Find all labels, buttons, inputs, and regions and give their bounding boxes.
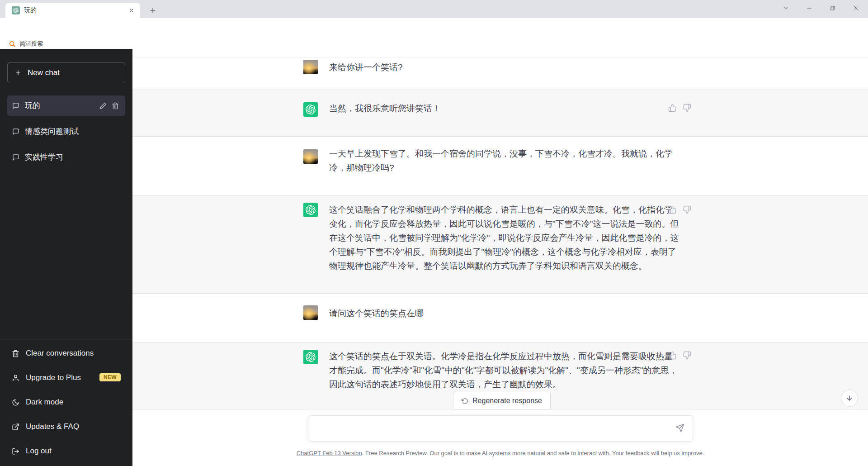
tab-title: 玩的 [24,6,127,14]
feedback-buttons [668,351,691,360]
message-text: 来给你讲一个笑话? [329,60,679,74]
chatgpt-avatar [303,102,318,117]
send-icon[interactable] [675,423,685,433]
thumbs-down-icon[interactable] [683,104,691,112]
user-icon [12,374,19,382]
window-restore-button[interactable] [821,0,844,16]
regenerate-label: Regenerate response [472,397,542,405]
dark-mode-button[interactable]: Dark mode [0,392,132,412]
chatgpt-avatar [303,203,318,217]
user-avatar [303,305,318,320]
arrow-down-icon [846,395,853,402]
tab-close-icon[interactable] [127,6,136,14]
external-link-icon [12,423,19,431]
scroll-to-bottom-button[interactable] [841,390,858,407]
window-close-button[interactable] [844,0,868,16]
updates-faq-button[interactable]: Updates & FAQ [0,417,132,437]
chatgpt-favicon-icon [12,6,20,14]
chatgpt-avatar [303,350,318,364]
trash-icon [12,350,19,357]
message-row-assistant: 这个笑话融合了化学和物理两个学科的概念，语言上也有一定的双关意味。化雪，化指化学… [132,195,868,294]
plus-icon [14,69,22,76]
regenerate-response-button[interactable]: Regenerate response [453,392,551,410]
new-chat-button[interactable]: New chat [7,62,125,83]
menu-label: Log out [26,447,52,456]
log-out-button[interactable]: Log out [0,441,132,461]
message-text: 请问这个笑话的笑点在哪 [329,306,679,320]
sidebar-chat-item[interactable]: 实践性学习 [7,147,125,167]
chat-title: 玩的 [25,100,99,111]
version-link[interactable]: ChatGPT Feb 13 Version [297,450,362,456]
message-text: 这个笑话的笑点在于双关语。化学冷是指在化学反应过程中放热，而化雪则是需要吸收热量… [329,349,679,391]
upgrade-to-plus-button[interactable]: Upgrade to Plus NEW [0,368,132,388]
edit-pencil-icon[interactable] [99,102,107,109]
thumbs-up-icon[interactable] [668,351,677,360]
bookmark-search-icon [9,41,16,48]
thumbs-up-icon[interactable] [668,205,677,214]
chat-bubble-icon [12,128,19,135]
footer-text: . Free Research Preview. Our goal is to … [362,450,704,456]
message-row-user: 请问这个笑话的笑点在哪 [132,293,868,342]
message-row-user: 一天早上发现下雪了。和我一个宿舍的同学说，没事，下雪不冷，化雪才冷。我就说，化学… [132,136,868,195]
sidebar-chat-item[interactable]: 玩的 [7,95,125,116]
menu-label: Updates & FAQ [26,422,79,431]
delete-trash-icon[interactable] [112,102,119,109]
new-tab-button[interactable] [146,4,159,17]
feedback-buttons [668,104,691,112]
message-text: 一天早上发现下雪了。和我一个宿舍的同学说，没事，下雪不冷，化雪才冷。我就说，化学… [329,147,679,175]
browser-toolbar: https://chat.openai.com/chat/6566c099-27… [0,18,868,39]
sidebar: New chat 玩的 [0,49,132,466]
chat-area: 来给你讲一个笑话? 当然，我很乐意听您讲笑话！ 一天早上发现下雪了。和我一个宿舍… [132,49,868,466]
menu-label: Clear conversations [26,349,94,358]
sidebar-chat-item[interactable]: 情感类问题测试 [7,121,125,142]
bookmark-label: 简洁搜索 [19,40,43,48]
tab-search-chevron-icon[interactable] [774,0,797,16]
message-row-user: 来给你讲一个笑话? [132,57,868,90]
message-input-box [308,415,693,442]
browser-tab[interactable]: 玩的 [5,3,140,18]
user-avatar [303,149,318,164]
chat-title: 情感类问题测试 [25,126,125,137]
message-row-assistant: 当然，我很乐意听您讲笑话！ [132,90,868,137]
message-text: 当然，我很乐意听您讲笑话！ [329,101,679,115]
bookmarks-bar: 简洁搜索 [0,39,868,49]
browser-window: 玩的 [0,0,868,466]
moon-icon [12,399,19,406]
bookmark-item[interactable]: 简洁搜索 [9,40,43,48]
window-minimize-button[interactable] [797,0,821,16]
new-chat-label: New chat [28,68,60,77]
thumbs-down-icon[interactable] [683,205,691,214]
chat-title: 实践性学习 [25,152,125,162]
log-out-icon [12,447,19,455]
chat-bubble-icon [12,102,19,109]
thumbs-down-icon[interactable] [683,351,691,360]
new-badge: NEW [99,373,121,381]
message-text: 这个笑话融合了化学和物理两个学科的概念，语言上也有一定的双关意味。化雪，化指化学… [329,203,679,273]
menu-label: Upgrade to Plus [26,373,81,382]
tab-bar: 玩的 [0,0,868,18]
thumbs-up-icon[interactable] [668,104,677,112]
chat-bubble-icon [12,154,19,161]
clear-conversations-button[interactable]: Clear conversations [0,343,132,363]
refresh-icon [462,398,468,404]
chat-input[interactable] [316,423,666,436]
chat-footer: ChatGPT Feb 13 Version. Free Research Pr… [132,450,868,456]
menu-label: Dark mode [26,398,63,407]
feedback-buttons [668,205,691,214]
user-avatar [303,60,318,74]
sidebar-divider [0,339,132,339]
